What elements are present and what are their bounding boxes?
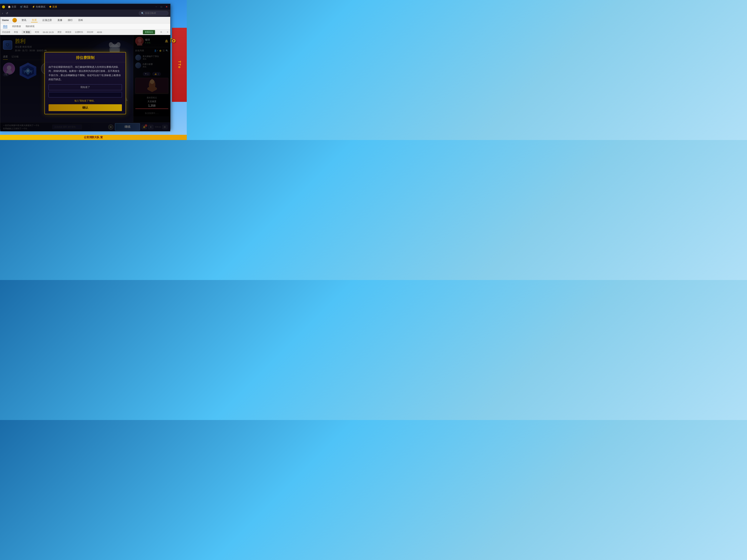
window-controls: － □ ✕	[154, 5, 169, 9]
red-banner-text: TTo	[178, 61, 181, 69]
modal-input-row	[49, 92, 122, 98]
subnav-performance[interactable]: 我的表现	[26, 25, 34, 28]
modal-body: 由于你近期获得的惩罚，你已被临时限制进入任何排位赛模式的队列，持续5周游戏。如果…	[45, 62, 126, 84]
tab-shop[interactable]: 🛒 商店	[20, 5, 28, 8]
top-nav: Game 资讯 生涯 云顶之弈 直播 排行 百科	[0, 17, 170, 24]
title-nav: 🏠 主页 🛒 商店 ⚡ 先锋测试 ◆ 直播	[8, 5, 57, 8]
nav-career[interactable]: 生涯	[31, 18, 37, 22]
nav-live[interactable]: 直播	[56, 18, 63, 22]
duration-value: 33分钟	[87, 31, 93, 33]
close-icon-bar[interactable]: ✕	[167, 31, 169, 33]
nav-wiki[interactable]: 百科	[77, 18, 84, 22]
yellow-bottom-strip: 公安消防大队 宣	[0, 135, 187, 140]
subnav-advanced[interactable]: 高阶数据	[12, 25, 21, 28]
time-value: 06-06 19:29	[43, 31, 54, 33]
view-highlight-button[interactable]: 查看高光	[143, 30, 155, 34]
title-bar-left: 🏠 主页 🛒 商店 ⚡ 先锋测试 ◆ 直播	[2, 5, 57, 8]
tab-live[interactable]: ◆ 直播	[49, 5, 57, 8]
filter-button[interactable]: ▼ 筛选	[22, 30, 31, 34]
modal-overlay: 排位赛限制 由于你近期获得的惩罚，你已被临时限制进入任何排位赛模式的队列，持续5…	[0, 35, 170, 131]
ranked-restriction-modal: 排位赛限制 由于你近期获得的惩罚，你已被临时限制进入任何排位赛模式的队列，持续5…	[45, 52, 126, 114]
back-button[interactable]: ‹	[2, 12, 3, 15]
tab-home[interactable]: 🏠 主页	[8, 5, 16, 8]
minimize-button[interactable]: －	[154, 5, 158, 9]
modal-confirm-input[interactable]	[49, 92, 122, 98]
sub-nav: 基础 高阶数据 我的表现	[0, 24, 170, 29]
search-bar[interactable]: 🔍 搜索召唤师	[139, 11, 169, 16]
app-name-label: Game	[2, 19, 9, 22]
nav-info[interactable]: 资讯	[21, 18, 27, 22]
history-label: 历史战绩	[2, 31, 10, 33]
game-result-area: 🛡 胜利 排位赛 单排/双排 胜:69 · 负:72 · 30:08 · 游戏I…	[0, 35, 170, 131]
match-bar: 历史战绩 举报 ▼ 筛选 时间 06-06 19:29 类型 单双排 比赛时长 …	[0, 29, 170, 35]
type-value: 单双排	[65, 31, 71, 33]
close-button[interactable]: ✕	[165, 5, 169, 9]
search-placeholder: 搜索召唤师	[145, 12, 156, 15]
tab-pioneer[interactable]: ⚡ 先锋测试	[32, 5, 45, 8]
settings-icon-bar[interactable]: ⚙	[160, 31, 162, 33]
yellow-strip-text: 公安消防大队 宣	[84, 136, 103, 139]
maximize-button[interactable]: □	[159, 5, 163, 9]
subnav-basic[interactable]: 基础	[3, 25, 7, 28]
nav-ranking[interactable]: 排行	[67, 18, 74, 22]
modal-hint: 输入"我知道了"继续。	[49, 99, 122, 102]
duration-label: 比赛时长	[75, 31, 83, 33]
nav-tft[interactable]: 云顶之弈	[41, 18, 53, 22]
nav-logo	[12, 18, 17, 22]
time-label: 时间	[35, 31, 39, 33]
score-value: 49/38	[97, 31, 102, 33]
report-label[interactable]: 举报	[14, 31, 18, 33]
refresh-button[interactable]: ↺	[6, 11, 8, 15]
browser-bar: ‹ ↺ 🔍 搜索召唤师	[0, 10, 170, 17]
modal-title: 排位赛限制	[45, 52, 126, 62]
modal-confirm-button[interactable]: 确认	[49, 104, 122, 111]
app-icon	[2, 5, 5, 8]
search-icon: 🔍	[141, 12, 144, 15]
modal-acknowledge-button[interactable]: 我知道了	[49, 84, 122, 90]
game-window: 🏠 主页 🛒 商店 ⚡ 先锋测试 ◆ 直播 － □ ✕ ‹ ↺ 🔍 搜索召唤师 …	[0, 4, 171, 130]
title-bar: 🏠 主页 🛒 商店 ⚡ 先锋测试 ◆ 直播 － □ ✕	[0, 4, 170, 10]
type-label: 类型	[57, 31, 61, 33]
